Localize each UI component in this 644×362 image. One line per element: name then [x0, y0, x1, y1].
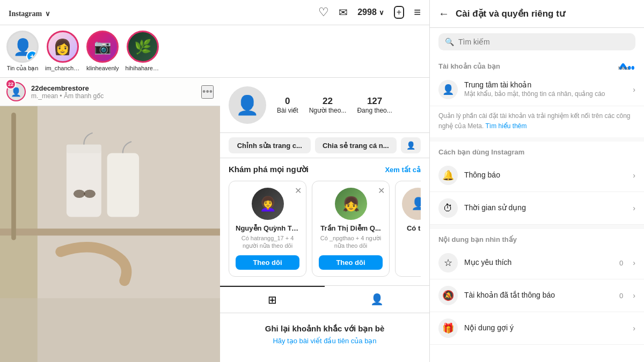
favorites-title: Mục yêu thích — [464, 258, 613, 267]
stories-row: 👤 Tin của bạn 👩 im_chanchang... 📷 klinhe… — [0, 25, 429, 78]
settings-header: ← Cài đặt và quyền riêng tư — [430, 0, 644, 28]
menu-icon[interactable]: ≡ — [414, 5, 421, 19]
card-name-1: Trần Thị Diễm Q... — [319, 224, 383, 232]
suggested-title: Nội dung gợi ý — [464, 323, 626, 332]
followers-label: Người theo... — [309, 107, 347, 114]
meta-info: Quản lý phần cài đặt tài khoản và trải n… — [430, 106, 644, 137]
settings-item-notifications[interactable]: 🔔 Thông báo › — [430, 159, 644, 192]
screen-time-arrow: › — [633, 204, 635, 212]
follow-button-1[interactable]: Theo dõi — [319, 255, 383, 270]
stat-following: 127 Đang theo... — [357, 96, 392, 114]
story-item-add[interactable]: 👤 Tin của bạn — [6, 31, 39, 72]
discover-card-1: ✕ 👧 Trần Thị Diễm Q... Có _npgthao + 4 n… — [312, 181, 390, 277]
discover-card-2: 👤 Có t... — [395, 181, 421, 277]
svg-rect-2 — [0, 228, 220, 235]
post-more-button[interactable]: ••• — [201, 85, 214, 99]
post-header: 👤 22decembrestore m._mean • Âm thanh gốc… — [0, 78, 220, 106]
notifications-icon: 🔔 — [438, 166, 458, 185]
heart-icon[interactable]: ♡ — [318, 5, 329, 19]
profile-buttons: Chỉnh sửa trang c... Chia sẻ trang cá n.… — [220, 133, 429, 158]
grid-tab-posts[interactable]: ⊞ — [220, 286, 325, 313]
svg-rect-5 — [67, 144, 101, 153]
discover-section: Khám phá mọi người Xem tất cả ✕ 👩‍🦱 Nguy… — [220, 158, 429, 283]
account-center-icon: 👤 — [438, 80, 458, 99]
muted-icon: 🔕 — [438, 286, 458, 305]
settings-item-muted[interactable]: 🔕 Tài khoản đã tắt thông báo 0 › — [430, 279, 644, 312]
settings-item-suggested[interactable]: 🎁 Nội dung gợi ý › — [430, 312, 644, 345]
account-center-arrow: › — [633, 85, 635, 94]
card-avatar-0: 👩‍🦱 — [252, 188, 284, 220]
meta-logo: Meta — [618, 63, 635, 70]
follow-button-0[interactable]: Theo dõi — [236, 255, 299, 270]
discover-header: Khám phá mọi người Xem tất cả — [229, 165, 421, 174]
notification-count[interactable]: 2998 ∨ — [357, 8, 384, 17]
story-item-1[interactable]: 👩 im_chanchang... — [45, 31, 80, 72]
add-post-icon[interactable]: + — [394, 6, 404, 19]
settings-item-account-center[interactable]: 👤 Trung tâm tài khoản Mật khẩu, bảo mật,… — [430, 73, 644, 106]
grid-tab-tagged[interactable]: 👤 — [325, 286, 429, 313]
suggested-icon: 🎁 — [438, 319, 458, 338]
story-item-3[interactable]: 🌿 hihihahareviev — [126, 31, 160, 72]
discover-card-0: ✕ 👩‍🦱 Nguyễn Quỳnh Tr... Có hatrangg_17 … — [229, 181, 306, 277]
posts-count: 0 — [285, 96, 290, 107]
meta-info-text: Quản lý phần cài đặt tài khoản và trải n… — [438, 112, 631, 130]
edit-profile-button[interactable]: Chỉnh sửa trang c... — [229, 137, 311, 153]
card-avatar-2: 👤 — [402, 188, 421, 220]
posts-label: Bài viết — [277, 107, 298, 114]
suggested-content: Nội dung gợi ý — [464, 323, 626, 333]
post-subtitle: m._mean • Âm thanh gốc — [31, 92, 196, 100]
card-mutual-1: Có _npgthao + 4 người nữa theo dõi — [319, 234, 383, 250]
muted-title: Tài khoản đã tắt thông báo — [464, 291, 613, 299]
card-name-0: Nguyễn Quỳnh Tr... — [236, 224, 299, 232]
story-label-2: klinheavenly — [86, 65, 119, 71]
card-avatar-1: 👧 — [335, 188, 367, 220]
favorites-arrow: › — [633, 258, 635, 267]
nav-icons: ♡ ✉ 2998 ∨ + ≡ — [318, 5, 421, 19]
search-icon: 🔍 — [445, 38, 454, 46]
card-name-2: Có t... — [402, 224, 421, 232]
story-label-1: im_chanchang... — [45, 65, 80, 71]
see-all-button[interactable]: Xem tất cả — [385, 166, 421, 174]
account-center-subtitle: Mật khẩu, bảo mật, thông tin cá nhân, qu… — [464, 90, 626, 99]
post-username: 22decembrestore — [31, 84, 196, 92]
svg-rect-10 — [0, 298, 220, 362]
card-close-0[interactable]: ✕ — [295, 186, 302, 196]
tagged-icon: 👤 — [370, 293, 384, 306]
discover-title: Khám phá mọi người — [229, 165, 309, 174]
card-close-1[interactable]: ✕ — [378, 186, 385, 196]
top-nav: Instagram ∨ ♡ ✉ 2998 ∨ + ≡ — [0, 0, 429, 25]
screen-time-content: Thời gian sử dụng — [464, 203, 626, 213]
message-icon[interactable]: ✉ — [339, 6, 348, 19]
story-avatar-1: 👩 — [47, 31, 79, 63]
notifications-content: Thông báo — [464, 171, 626, 180]
svg-text:Meta: Meta — [618, 65, 629, 70]
post-image — [0, 78, 220, 362]
muted-count: 0 — [619, 292, 623, 300]
add-friend-button[interactable]: 👤 — [401, 137, 421, 153]
empty-grid-title: Ghi lại khoảnh khắc với bạn bè — [229, 324, 421, 334]
content-section-label: Nội dung bạn nhìn thấy — [430, 229, 644, 247]
profile-avatar: 👤 — [229, 86, 266, 124]
search-input[interactable] — [458, 38, 629, 46]
share-profile-button[interactable]: Chia sẻ trang cá n... — [315, 137, 397, 153]
notifications-title: Thông báo — [464, 171, 626, 179]
profile-stats: 0 Bài viết 22 Người theo... 127 Đang the… — [277, 96, 421, 114]
settings-item-screen-time[interactable]: ⏱ Thời gian sử dụng › — [430, 192, 644, 225]
following-count: 127 — [367, 96, 382, 107]
story-item-2[interactable]: 📷 klinheavenly — [86, 31, 119, 72]
favorites-icon: ☆ — [438, 253, 458, 272]
account-center-content: Trung tâm tài khoản Mật khẩu, bảo mật, t… — [464, 80, 626, 99]
account-center-title: Trung tâm tài khoản — [464, 80, 626, 89]
card-mutual-0: Có hatrangg_17 + 4 người nữa theo dõi — [236, 234, 299, 250]
story-label-3: hihihahareviev — [126, 65, 160, 71]
back-button[interactable]: ← — [438, 8, 449, 20]
muted-arrow: › — [633, 291, 635, 300]
settings-item-favorites[interactable]: ☆ Mục yêu thích 0 › — [430, 247, 644, 279]
instagram-panel: Instagram ∨ ♡ ✉ 2998 ∨ + ≡ 👤 Tin của bạn… — [0, 0, 429, 362]
svg-point-8 — [84, 190, 96, 198]
account-section-header: Tài khoản của bạn Meta — [430, 56, 644, 73]
meta-learn-more-link[interactable]: Tìm hiểu thêm — [486, 122, 527, 130]
notifications-arrow: › — [633, 171, 635, 180]
grid-tabs: ⊞ 👤 — [220, 285, 429, 313]
empty-grid-subtitle[interactable]: Hãy tạo bài viết đầu tiên của bạn — [229, 337, 421, 345]
